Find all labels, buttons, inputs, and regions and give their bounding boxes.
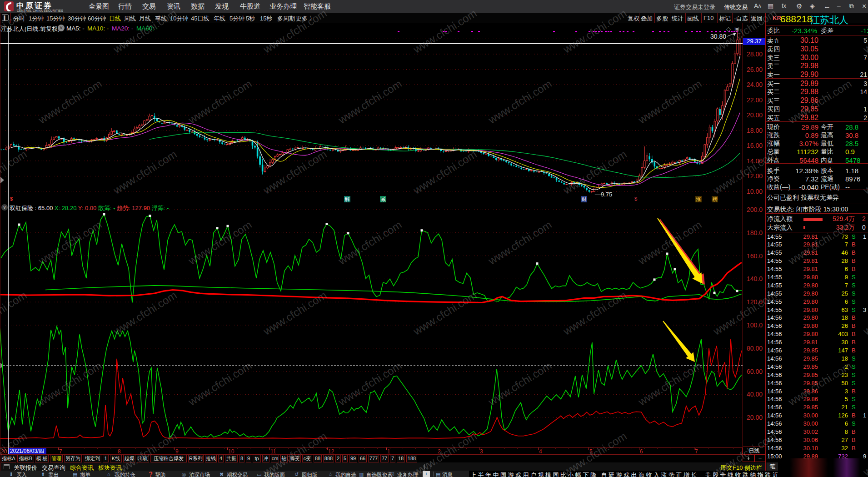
svg-text:—9.75: —9.75	[595, 191, 612, 198]
svg-text:30.80: 30.80	[710, 33, 726, 40]
